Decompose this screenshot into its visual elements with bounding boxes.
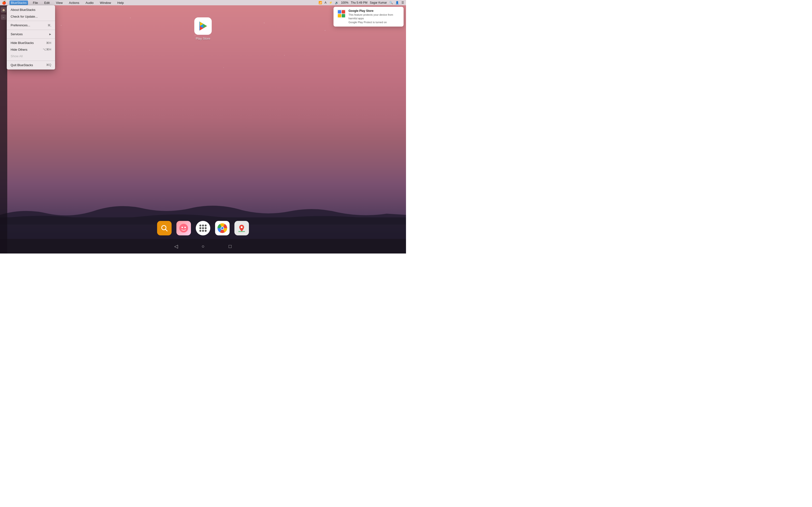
menu-hide-others[interactable]: Hide Others ⌥⌘H [7, 46, 55, 53]
sidebar-home-icon[interactable]: 🏠 [1, 7, 6, 12]
menu-quit[interactable]: Quit BlueStacks ⌘Q [7, 62, 55, 68]
menubar-left: 🍎 BlueStacks File Edit View Actions Audi… [2, 0, 125, 5]
svg-point-9 [221, 227, 223, 229]
separator-1 [7, 21, 55, 21]
notification-title: Google Play Store [349, 9, 400, 12]
a-icon: A [324, 1, 326, 4]
android-navbar: ◁ ○ □ [0, 239, 406, 253]
menu-preferences[interactable]: Preferences... ⌘, [7, 22, 55, 29]
menubar-bluestacks[interactable]: BlueStacks [9, 0, 28, 5]
android-dock [0, 217, 406, 239]
menubar-window[interactable]: Window [98, 0, 112, 5]
play-store-desktop-icon[interactable]: Play Store [194, 17, 212, 40]
search-icon[interactable]: 🔍 [389, 1, 393, 4]
play-protect-notification[interactable]: Google Play Store This feature protects … [334, 7, 404, 26]
dock-icon-facemoji[interactable] [176, 221, 191, 235]
notification-body: This feature protects your device from h… [349, 13, 400, 24]
nav-home-button[interactable]: ○ [199, 242, 207, 250]
menubar-view[interactable]: View [54, 0, 64, 5]
bluestacks-dropdown-menu: About BlueStacks Check for Update... Pre… [7, 5, 55, 69]
menu-services[interactable]: Services ▶ [7, 31, 55, 38]
svg-rect-14 [338, 10, 341, 13]
apple-menu[interactable]: 🍎 [2, 1, 6, 5]
svg-point-5 [185, 227, 186, 228]
preferences-label: Preferences... [11, 23, 30, 28]
menu-show-all: Show All [7, 53, 55, 60]
dock-icon-search[interactable] [157, 221, 171, 235]
about-label: About BlueStacks [11, 7, 36, 12]
quit-shortcut: ⌘Q [46, 63, 51, 67]
hide-bluestacks-shortcut: ⌘H [46, 41, 51, 45]
play-store-label: Play Store [196, 37, 210, 40]
menubar: 🍎 BlueStacks File Edit View Actions Audi… [0, 0, 406, 5]
bluetooth-icon: ⚡ [329, 1, 333, 4]
menubar-file[interactable]: File [32, 0, 39, 5]
quit-label: Quit BlueStacks [11, 63, 33, 68]
menu-hide-bluestacks[interactable]: Hide BlueStacks ⌘H [7, 40, 55, 46]
svg-point-3 [179, 224, 188, 232]
menubar-audio[interactable]: Audio [84, 0, 95, 5]
notification-line2: Google Play Protect is turned on [349, 21, 387, 24]
services-arrow: ▶ [49, 32, 51, 36]
menu-icon[interactable]: ☰ [401, 1, 404, 4]
hide-others-shortcut: ⌥⌘H [43, 47, 51, 52]
check-update-label: Check for Update... [11, 14, 38, 19]
wifi-icon: 📶 [318, 1, 322, 4]
svg-rect-16 [338, 14, 341, 17]
notification-line1: This feature protects your device from h… [349, 13, 393, 20]
nav-recents-button[interactable]: □ [226, 242, 234, 250]
svg-point-11 [241, 226, 243, 228]
notification-text: Google Play Store This feature protects … [349, 9, 400, 24]
battery-level: 100% [341, 1, 349, 4]
datetime: Thu 5:49 PM [351, 1, 367, 4]
username: Sagar Kumar [370, 1, 387, 4]
user-icon[interactable]: 👤 [395, 1, 399, 4]
menubar-help[interactable]: Help [116, 0, 125, 5]
menubar-right: 📶 A ⚡ 🔊 100% Thu 5:49 PM Sagar Kumar 🔍 👤… [318, 1, 404, 4]
hide-bluestacks-label: Hide BlueStacks [11, 41, 34, 45]
notification-icon [337, 9, 346, 18]
wifi-icon2: 🔊 [335, 1, 339, 4]
nav-back-button[interactable]: ◁ [172, 242, 180, 250]
menubar-actions[interactable]: Actions [67, 0, 81, 5]
svg-line-2 [165, 229, 167, 231]
show-all-label: Show All [11, 54, 23, 59]
dock-icon-all-apps[interactable] [196, 221, 210, 235]
sidebar-back-icon[interactable]: ← [1, 14, 6, 20]
dock-icon-maps[interactable] [235, 221, 249, 235]
svg-rect-17 [342, 14, 345, 17]
play-store-icon-image [194, 17, 212, 35]
android-screen: Play Store ∧ [0, 5, 406, 253]
preferences-shortcut: ⌘, [48, 23, 51, 27]
svg-rect-15 [342, 10, 345, 13]
hide-others-label: Hide Others [11, 47, 27, 52]
svg-rect-12 [238, 231, 245, 232]
dock-icon-chrome[interactable] [215, 221, 230, 235]
bluestacks-sidebar: 🏠 ← [0, 5, 7, 253]
menu-about[interactable]: About BlueStacks [7, 6, 55, 13]
menubar-edit[interactable]: Edit [43, 0, 51, 5]
services-label: Services [11, 32, 23, 37]
svg-point-4 [182, 227, 183, 228]
separator-3 [7, 38, 55, 39]
menu-check-update[interactable]: Check for Update... [7, 13, 55, 20]
